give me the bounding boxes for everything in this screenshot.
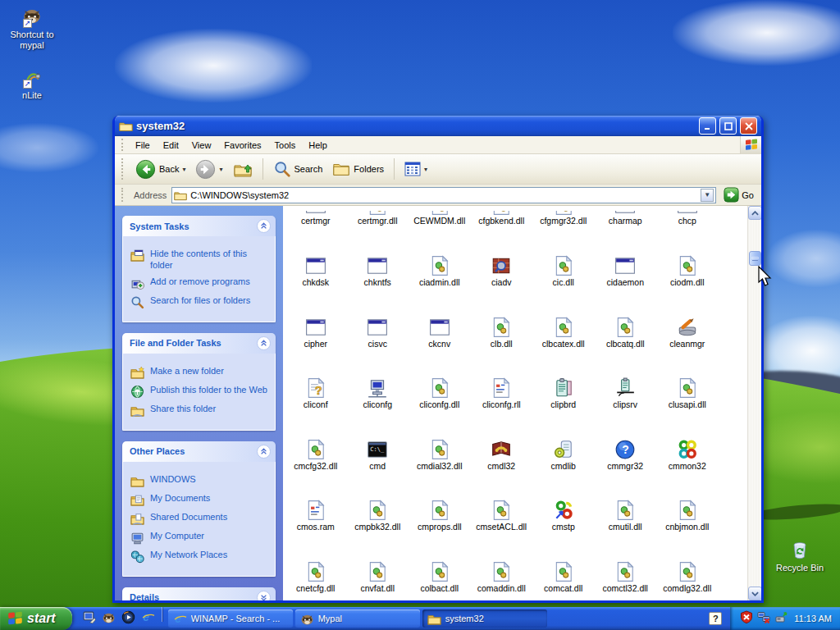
start-button[interactable]: start <box>0 607 72 630</box>
file-cmcfg32-dll[interactable]: cmcfg32.dll <box>285 411 347 472</box>
file-clb-dll[interactable]: clb.dll <box>471 289 533 350</box>
file-certmgr[interactable]: certmgr <box>285 206 347 227</box>
file-chkntfs[interactable]: chkntfs <box>347 227 409 289</box>
help-indicator-icon[interactable]: ? <box>709 612 722 625</box>
views-button[interactable]: ▾ <box>401 159 431 179</box>
task-button-system32[interactable]: system32 <box>422 609 547 628</box>
file-clipbrd[interactable]: clipbrd <box>532 349 595 411</box>
file-clbcatq-dll[interactable]: clbcatq.dll <box>595 289 657 350</box>
address-dropdown[interactable]: ▼ <box>701 189 714 202</box>
file-cnbjmon-dll[interactable]: cnbjmon.dll <box>656 472 719 533</box>
task-link-hide-the-contents-of-this-folder[interactable]: Hide the contents of this folder <box>130 249 271 272</box>
file-comcat-dll[interactable]: comcat.dll <box>532 533 595 595</box>
tray-security-alert-icon[interactable] <box>740 610 753 627</box>
tray-safely-remove-icon[interactable] <box>774 610 788 627</box>
address-input[interactable]: C:\WINDOWS\system32 ▼ <box>171 187 716 203</box>
file-charmap[interactable]: charmap <box>595 206 657 227</box>
file-cliconfg[interactable]: cliconfg <box>347 349 409 411</box>
file-cnvfat-dll[interactable]: cnvfat.dll <box>347 533 409 595</box>
back-button[interactable]: Back ▾ <box>132 158 189 181</box>
file-cewmdm-dll[interactable]: CEWMDM.dll <box>409 206 471 227</box>
file-chkdsk[interactable]: chkdsk <box>285 227 347 289</box>
views-dropdown[interactable]: ▾ <box>424 166 427 173</box>
quick-launch-mypal[interactable] <box>102 610 116 628</box>
file-cmutil-dll[interactable]: cmutil.dll <box>595 472 657 533</box>
desktop-icon-nlite[interactable]: ➚nLite <box>0 67 64 101</box>
file-cmdl32[interactable]: cmdl32 <box>471 411 533 472</box>
task-link-my-network-places[interactable]: My Network Places <box>130 550 271 564</box>
forward-button[interactable]: ▾ <box>192 158 226 181</box>
desktop-icon-recycle-bin[interactable]: Recycle Bin <box>768 540 832 573</box>
task-link-my-computer[interactable]: My Computer <box>130 531 271 545</box>
panel-header[interactable]: Details <box>122 587 276 601</box>
file-cic-dll[interactable]: cic.dll <box>532 227 595 289</box>
chevron-up-icon[interactable] <box>257 219 271 233</box>
title-bar[interactable]: system32 <box>115 116 761 136</box>
menu-help[interactable]: Help <box>302 138 334 153</box>
quick-launch-media-player[interactable] <box>121 610 135 628</box>
maximize-button[interactable] <box>719 117 737 135</box>
up-button[interactable] <box>230 158 256 180</box>
file-ciodm-dll[interactable]: ciodm.dll <box>656 227 719 289</box>
panel-header[interactable]: File and Folder Tasks <box>122 333 276 354</box>
task-link-search-for-files-or-folders[interactable]: Search for files or folders <box>130 295 271 309</box>
file-cmdlib[interactable]: cmdlib <box>532 411 595 472</box>
task-button-winamp-search-[interactable]: eWINAMP - Search - ... <box>168 609 293 628</box>
file-comctl32-dll[interactable]: comctl32.dll <box>595 533 657 595</box>
go-button[interactable]: Go <box>721 186 756 203</box>
task-link-add-or-remove-programs[interactable]: Add or remove programs <box>130 276 271 290</box>
scroll-up-button[interactable] <box>748 206 761 220</box>
task-link-publish-this-folder-to-the-web[interactable]: Publish this folder to the Web <box>130 385 271 399</box>
file-cmdial32-dll[interactable]: cmdial32.dll <box>409 411 471 472</box>
folders-button[interactable]: Folders <box>329 158 387 180</box>
file-cliconfg-dll[interactable]: cliconfg.dll <box>409 349 471 411</box>
menu-tools[interactable]: Tools <box>268 138 303 153</box>
file-cmmon32[interactable]: cmmon32 <box>656 411 719 472</box>
menu-view[interactable]: View <box>185 138 218 153</box>
file-ckcnv[interactable]: ckcnv <box>409 289 471 350</box>
file-cmpbk32-dll[interactable]: cmpbk32.dll <box>347 472 409 533</box>
file-cfgmgr32-dll[interactable]: cfgmgr32.dll <box>532 206 595 227</box>
file-clbcatex-dll[interactable]: clbcatex.dll <box>532 289 595 350</box>
file-cmd[interactable]: C:\_cmd <box>347 411 409 472</box>
file-chcp[interactable]: chcp <box>656 206 719 227</box>
file-cliconf[interactable]: ?cliconf <box>285 349 347 411</box>
file-ciadmin-dll[interactable]: ciadmin.dll <box>409 227 471 289</box>
menu-favorites[interactable]: Favorites <box>217 138 267 153</box>
chevron-down-icon[interactable] <box>257 591 271 601</box>
file-comdlg32-dll[interactable]: comdlg32.dll <box>656 533 719 595</box>
quick-launch-internet-explorer[interactable]: e <box>141 610 155 628</box>
file-cisvc[interactable]: cisvc <box>347 289 409 350</box>
task-link-my-documents[interactable]: My Documents <box>130 493 271 507</box>
file-cmstp[interactable]: cmstp <box>532 472 595 533</box>
file-cmos-ram[interactable]: cmos.ram <box>285 472 347 533</box>
file-comaddin-dll[interactable]: comaddin.dll <box>471 533 533 595</box>
panel-header[interactable]: System Tasks <box>122 216 276 236</box>
desktop-icon-shortcut-to-mypal[interactable]: ➚Shortcut to mypal <box>0 7 64 50</box>
file-cliconfg-rll[interactable]: cliconfg.rll <box>471 349 533 411</box>
vertical-scrollbar[interactable] <box>747 206 761 600</box>
panel-header[interactable]: Other Places <box>122 441 276 462</box>
task-link-windows[interactable]: WINDOWS <box>130 474 271 488</box>
forward-dropdown[interactable]: ▾ <box>219 166 222 173</box>
menu-edit[interactable]: Edit <box>157 138 185 153</box>
file-certmgr-dll[interactable]: certmgr.dll <box>347 206 409 227</box>
file-cnetcfg-dll[interactable]: cnetcfg.dll <box>285 533 347 595</box>
tray-network-warning-icon[interactable] <box>757 610 770 627</box>
file-colbact-dll[interactable]: colbact.dll <box>409 533 471 595</box>
chevron-up-icon[interactable] <box>257 445 271 459</box>
file-cmmgr32[interactable]: ?cmmgr32 <box>595 411 657 472</box>
task-link-shared-documents[interactable]: Shared Documents <box>130 512 271 526</box>
back-dropdown[interactable]: ▾ <box>182 166 185 173</box>
file-cipher[interactable]: cipher <box>285 289 347 350</box>
task-link-share-this-folder[interactable]: Share this folder <box>130 404 271 418</box>
file-ciadv[interactable]: ciadv <box>471 227 533 289</box>
chevron-up-icon[interactable] <box>257 336 271 350</box>
file-cfgbkend-dll[interactable]: cfgbkend.dll <box>471 206 533 227</box>
file-clipsrv[interactable]: clipsrv <box>595 349 657 411</box>
file-cleanmgr[interactable]: cleanmgr <box>656 289 719 350</box>
scrollbar-thumb[interactable] <box>749 251 761 266</box>
file-clusapi-dll[interactable]: clusapi.dll <box>656 349 719 411</box>
task-button-mypal[interactable]: Mypal <box>295 609 420 628</box>
search-button[interactable]: Search <box>270 158 326 180</box>
